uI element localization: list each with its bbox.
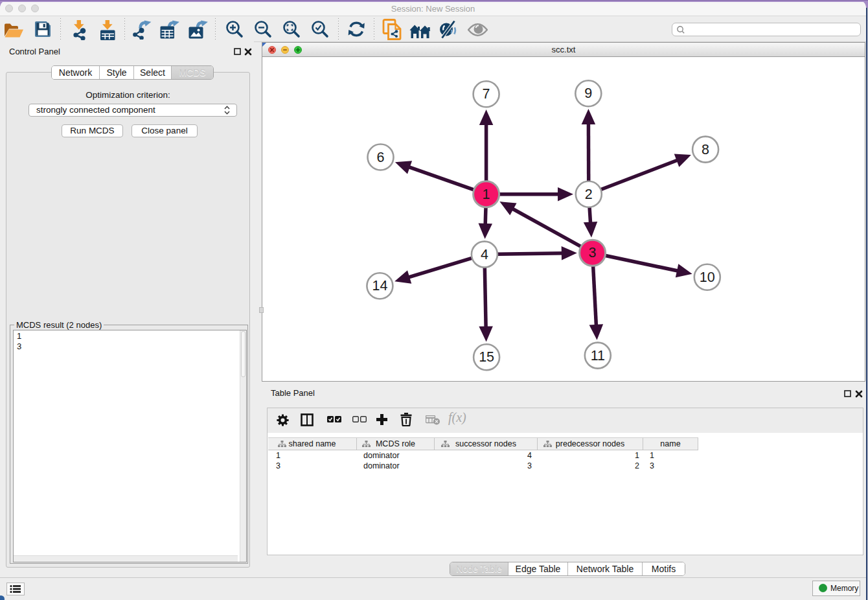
- svg-text:9: 9: [584, 86, 592, 101]
- svg-text:6: 6: [377, 150, 385, 165]
- svg-text:2: 2: [585, 187, 593, 202]
- svg-text:4: 4: [481, 247, 488, 262]
- svg-text:8: 8: [702, 142, 709, 157]
- svg-text:10: 10: [700, 270, 715, 285]
- svg-text:14: 14: [372, 278, 387, 294]
- svg-text:15: 15: [479, 349, 494, 365]
- svg-text:1: 1: [483, 187, 490, 202]
- svg-text:7: 7: [483, 86, 490, 102]
- svg-text:3: 3: [589, 245, 597, 260]
- svg-text:11: 11: [591, 348, 605, 363]
